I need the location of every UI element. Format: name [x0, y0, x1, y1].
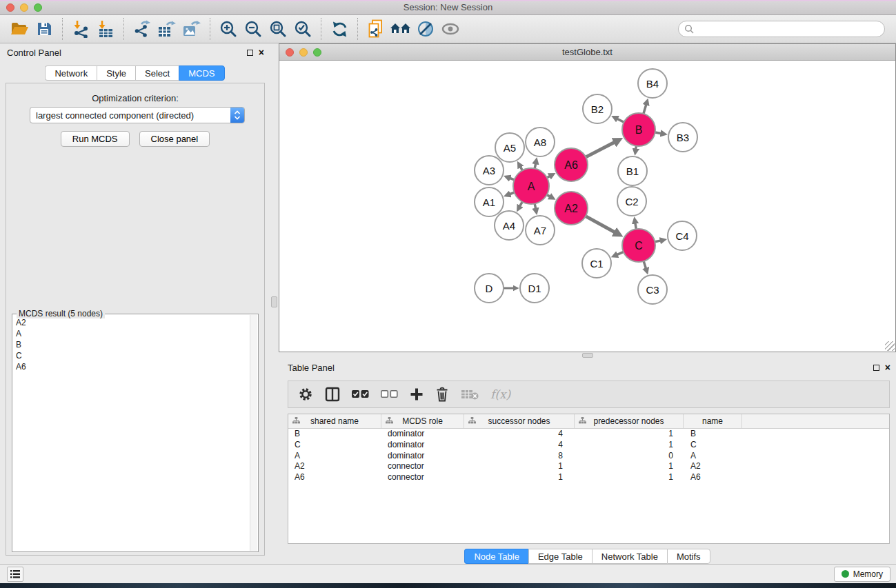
- zoom-out-button[interactable]: [241, 17, 266, 41]
- export-network-button[interactable]: [130, 17, 155, 41]
- import-table-button[interactable]: [93, 17, 118, 41]
- result-item[interactable]: C: [13, 350, 250, 361]
- plus-icon: [410, 387, 424, 401]
- graph-node-label: C1: [590, 258, 603, 270]
- tab-select[interactable]: Select: [135, 65, 179, 81]
- resize-grip[interactable]: [885, 341, 895, 351]
- unchecked-boxes-icon: [381, 390, 398, 398]
- table-cell: 8: [464, 451, 575, 461]
- save-floppy-icon: [36, 21, 52, 37]
- memory-status-icon: [842, 570, 849, 578]
- result-item[interactable]: A6: [13, 361, 250, 372]
- tab-network-table[interactable]: Network Table: [592, 549, 667, 564]
- graph-edge-C-C4[interactable]: [655, 241, 660, 242]
- hide-graphics-details-button[interactable]: [413, 17, 438, 41]
- table-row[interactable]: Adominator80A: [288, 450, 889, 461]
- float-panel-icon[interactable]: [873, 365, 879, 371]
- open-session-button[interactable]: [7, 17, 32, 41]
- graph-node-label: A6: [564, 159, 578, 171]
- column-type-icon: [579, 417, 586, 425]
- column-header[interactable]: predecessor nodes: [575, 414, 684, 428]
- graph-edge-B-B3[interactable]: [655, 132, 661, 133]
- result-scrollbar[interactable]: [250, 315, 257, 551]
- eye-icon: [440, 21, 461, 37]
- table-row[interactable]: A2connector11A2: [288, 461, 889, 472]
- memory-button[interactable]: Memory: [834, 567, 890, 582]
- refresh-button[interactable]: [327, 17, 352, 41]
- search-input[interactable]: [678, 21, 885, 37]
- show-all-columns-button[interactable]: [352, 390, 369, 398]
- create-column-button[interactable]: [410, 387, 424, 401]
- result-item[interactable]: A: [13, 328, 250, 339]
- column-header[interactable]: name: [684, 414, 742, 428]
- graph-edge-A2-C[interactable]: [586, 216, 615, 232]
- close-panel-icon[interactable]: ×: [885, 364, 890, 371]
- table-cell: 0: [575, 451, 684, 461]
- graph-edge-B-B4[interactable]: [644, 105, 646, 114]
- close-panel-button[interactable]: Close panel: [139, 131, 210, 147]
- home-button[interactable]: [388, 17, 413, 41]
- import-network-button[interactable]: [68, 17, 93, 41]
- tab-style[interactable]: Style: [97, 65, 135, 81]
- create-network-from-file-button[interactable]: [364, 17, 388, 41]
- column-header[interactable]: MCDS role: [381, 414, 464, 428]
- table-row[interactable]: A6connector11A6: [288, 472, 889, 483]
- table-row[interactable]: Cdominator41C: [288, 440, 889, 451]
- cytoscape-window: Session: New Session: [0, 0, 896, 588]
- tab-motifs[interactable]: Motifs: [667, 549, 710, 564]
- network-view-title: testGlobe.txt: [279, 47, 895, 57]
- column-header[interactable]: shared name: [288, 414, 381, 428]
- graph-node-label: B: [635, 124, 643, 136]
- result-item[interactable]: A2: [13, 317, 250, 328]
- hide-all-columns-button[interactable]: [381, 390, 398, 398]
- zoom-fit-button[interactable]: [266, 17, 290, 41]
- table-settings-button[interactable]: [298, 387, 313, 402]
- graph-edge-C-C2[interactable]: [635, 223, 636, 229]
- graph-edge-B-B2[interactable]: [617, 119, 624, 123]
- float-panel-icon[interactable]: [247, 50, 253, 56]
- network-window-titlebar[interactable]: testGlobe.txt: [279, 44, 895, 61]
- split-columns-button[interactable]: [325, 387, 340, 402]
- tab-node-table[interactable]: Node Table: [464, 549, 528, 564]
- tab-network[interactable]: Network: [45, 65, 97, 81]
- tab-mcds[interactable]: MCDS: [179, 65, 224, 81]
- graph-edge-C-C1[interactable]: [617, 252, 624, 254]
- delete-table-button[interactable]: [461, 388, 479, 401]
- save-session-button[interactable]: [32, 17, 57, 41]
- mcds-result-box: MCDS result (5 nodes) A2ABCA6: [12, 314, 259, 552]
- column-type-icon: [468, 417, 476, 425]
- splitter-handle[interactable]: [582, 353, 593, 358]
- function-builder-button[interactable]: f(x): [490, 387, 510, 401]
- graph-edge-A6-B[interactable]: [586, 143, 614, 157]
- export-table-button[interactable]: [155, 17, 179, 41]
- criterion-select[interactable]: largest connected component (directed): [30, 107, 245, 123]
- splitter-handle[interactable]: [271, 296, 277, 307]
- graph-node-label: B1: [626, 165, 639, 177]
- graph-node-label: A1: [483, 196, 495, 208]
- tab-edge-table[interactable]: Edge Table: [528, 549, 592, 564]
- zoom-in-button[interactable]: [216, 17, 241, 41]
- graph-edge-A-A4[interactable]: [520, 202, 522, 206]
- zoom-selected-button[interactable]: [290, 17, 315, 41]
- network-canvas[interactable]: B4B2BB3A5A8A6A3B1AA1C2A2A4A7C4CC1C3DD1: [279, 61, 895, 352]
- vertical-splitter[interactable]: [270, 43, 279, 564]
- horizontal-splitter[interactable]: [279, 352, 896, 358]
- result-item[interactable]: B: [13, 339, 250, 350]
- toolbar-separator: [62, 18, 63, 40]
- graph-edge-A-A7[interactable]: [535, 204, 535, 209]
- table-cell: A6: [684, 472, 742, 483]
- run-mcds-button[interactable]: Run MCDS: [61, 131, 130, 147]
- close-panel-icon[interactable]: ×: [259, 49, 264, 56]
- table-row[interactable]: Bdominator41B: [288, 429, 889, 440]
- task-history-button[interactable]: [7, 567, 23, 582]
- graph-node-label: A2: [564, 203, 578, 214]
- delete-column-button[interactable]: [435, 387, 449, 402]
- column-header[interactable]: successor nodes: [464, 414, 575, 428]
- fx-icon: f(x): [490, 387, 510, 401]
- graph-edge-A-A8[interactable]: [535, 164, 535, 169]
- table-toolbar: f(x): [288, 381, 890, 408]
- export-image-button[interactable]: [179, 17, 204, 41]
- export-table-icon: [157, 20, 177, 38]
- show-details-button[interactable]: [438, 17, 463, 41]
- graph-edge-C-C3[interactable]: [644, 261, 646, 268]
